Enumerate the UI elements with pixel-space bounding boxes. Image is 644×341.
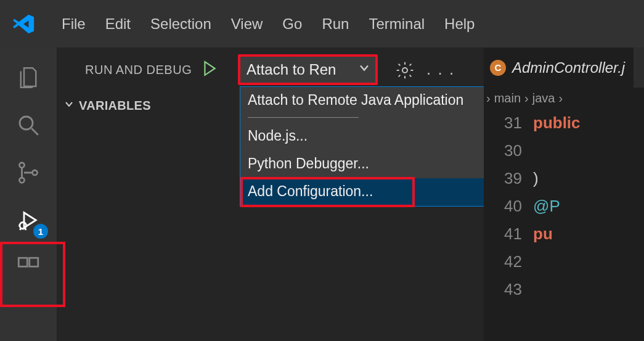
breadcrumb[interactable]: › main › java › (484, 88, 644, 109)
dropdown-item-nodejs[interactable]: Node.js... (240, 123, 510, 150)
run-debug-badge: 1 (33, 224, 48, 239)
dropdown-item-add-configuration[interactable]: Add Configuration... (240, 178, 510, 206)
chevron-right-icon: › (524, 91, 529, 105)
dropdown-item-python-debugger[interactable]: Python Debugger... (240, 150, 510, 178)
menu-terminal[interactable]: Terminal (359, 15, 434, 33)
annotation-box-run-icon (0, 242, 65, 307)
svg-line-8 (20, 229, 21, 230)
svg-point-4 (32, 170, 37, 175)
editor-tab-title: AdminController.j (512, 59, 625, 76)
gear-icon[interactable] (395, 60, 415, 83)
chevron-down-icon (357, 60, 372, 79)
debug-config-select[interactable]: Attach to Ren (238, 54, 378, 85)
debug-config-dropdown: Attach to Remote Java Application Node.j… (240, 86, 511, 207)
editor-tab-admincontroller[interactable]: C AdminController.j (484, 47, 634, 88)
editor-area: C AdminController.j › main › java › 31 3… (484, 47, 644, 341)
dropdown-separator (248, 117, 359, 118)
debug-config-selected-value: Attach to Ren (247, 61, 336, 78)
chevron-right-icon: › (558, 91, 563, 105)
editor-tabs: C AdminController.j (484, 47, 644, 88)
menu-edit[interactable]: Edit (96, 15, 141, 33)
activity-search[interactable] (0, 101, 57, 149)
svg-point-5 (20, 222, 26, 229)
run-debug-header: RUN AND DEBUG (57, 47, 238, 92)
run-debug-panel: RUN AND DEBUG VARIABLES (57, 47, 238, 341)
activity-explorer[interactable] (0, 54, 57, 101)
variables-section-title: VARIABLES (79, 99, 151, 113)
line-gutter: 31 30 39 40 41 42 43 (484, 109, 533, 303)
svg-point-12 (402, 68, 407, 73)
more-icon[interactable]: · · · (426, 64, 455, 83)
menu-file[interactable]: File (52, 15, 96, 33)
svg-line-9 (25, 229, 26, 230)
activity-run-debug[interactable]: 1 (0, 196, 57, 244)
menu-view[interactable]: View (221, 15, 273, 33)
svg-point-3 (19, 178, 24, 183)
menu-help[interactable]: Help (434, 15, 484, 33)
menu-selection[interactable]: Selection (141, 15, 221, 33)
chevron-down-icon (63, 98, 75, 113)
code-area[interactable]: 31 30 39 40 41 42 43 public ) @P pu (484, 109, 644, 303)
svg-point-0 (20, 117, 33, 129)
breadcrumb-main[interactable]: main (494, 91, 521, 105)
code-lines: public ) @P pu (533, 109, 581, 303)
language-badge-icon: C (490, 60, 506, 76)
svg-line-1 (31, 128, 38, 135)
menu-run[interactable]: Run (312, 15, 359, 33)
breadcrumb-java[interactable]: java (532, 91, 555, 105)
vscode-logo-icon (9, 9, 38, 39)
menu-bar: File Edit Selection View Go Run Terminal… (0, 0, 644, 47)
run-debug-label: RUN AND DEBUG (64, 63, 192, 77)
chevron-right-icon: › (486, 91, 491, 105)
start-debug-button[interactable] (203, 60, 216, 80)
svg-point-2 (19, 162, 24, 167)
menu-go[interactable]: Go (272, 15, 312, 33)
dropdown-item-attach-remote-java[interactable]: Attach to Remote Java Application (240, 87, 510, 115)
activity-source-control[interactable] (0, 149, 57, 196)
variables-section-header[interactable]: VARIABLES (57, 92, 238, 120)
